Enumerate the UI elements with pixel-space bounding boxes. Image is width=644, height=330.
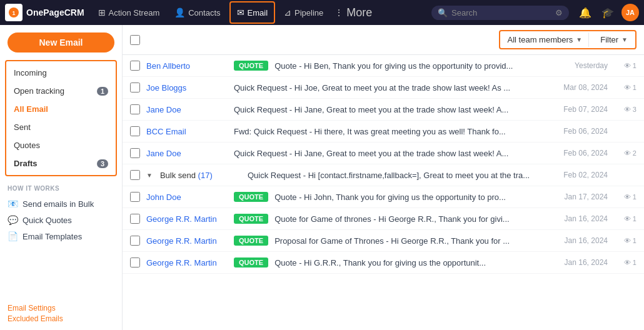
nav-contacts-label: Contacts: [188, 8, 220, 18]
filter-label: Filter: [600, 35, 618, 44]
search-input[interactable]: [451, 8, 551, 18]
sender-name[interactable]: George R.R. Martin: [146, 236, 228, 246]
row-checkbox[interactable]: [130, 236, 140, 246]
email-subject: Quick Request - Hi Jane, Great to meet y…: [234, 149, 551, 158]
svg-text:1: 1: [12, 10, 15, 16]
row-checkbox[interactable]: [130, 148, 140, 158]
nav-contacts[interactable]: 👤 Contacts: [168, 0, 226, 25]
sender-name[interactable]: Jane Doe: [146, 149, 228, 158]
nav-pipeline[interactable]: ⊿ Pipeline: [278, 0, 330, 25]
email-row[interactable]: Jane Doe Quick Request - Hi Jane, Great …: [123, 99, 644, 121]
quote-badge: QUOTE: [234, 236, 268, 246]
email-row[interactable]: Ben Allberto QUOTE Quote - Hi Ben, Thank…: [123, 55, 644, 77]
row-checkbox[interactable]: [130, 104, 140, 114]
email-main: All team members ▼ Filter ▼ Ben Allberto…: [123, 25, 644, 330]
open-tracking-label: Open tracking: [14, 86, 64, 96]
pipeline-icon: ⊿: [284, 8, 291, 18]
row-checkbox[interactable]: [130, 82, 140, 92]
email-templates-icon: 📄: [8, 231, 18, 241]
email-row[interactable]: George R.R. Martin QUOTE Proposal for Ga…: [123, 230, 644, 252]
sidebar-item-sent[interactable]: Sent: [6, 118, 116, 136]
email-row[interactable]: Jane Doe Quick Request - Hi Jane, Great …: [123, 142, 644, 164]
view-count: 👁 1: [614, 215, 636, 222]
email-date: Feb 02, 2024: [558, 171, 608, 179]
view-count: 👁 2: [614, 149, 636, 157]
row-checkbox[interactable]: [130, 61, 140, 71]
help-icon[interactable]: 🎓: [599, 4, 616, 21]
bulk-emails-link[interactable]: 📧 Send emails in Bulk: [8, 196, 114, 212]
incoming-label: Incoming: [14, 68, 47, 78]
contacts-icon: 👤: [174, 8, 185, 18]
sender-name[interactable]: BCC Email: [146, 127, 228, 136]
sender-name[interactable]: Joe Bloggs: [146, 83, 228, 92]
select-all-checkbox[interactable]: [130, 35, 140, 45]
team-members-label: All team members: [508, 35, 573, 44]
view-count: 👁 1: [614, 84, 636, 91]
logo[interactable]: 1 OnePageCRM: [5, 4, 84, 21]
row-checkbox[interactable]: [130, 170, 140, 180]
sidebar-item-open-tracking[interactable]: Open tracking 1: [6, 82, 116, 100]
quick-quotes-link[interactable]: 💬 Quick Quotes: [8, 212, 114, 228]
quote-badge: QUOTE: [234, 214, 268, 224]
row-checkbox[interactable]: [130, 214, 140, 224]
view-count: 👁 1: [614, 193, 636, 201]
sender-name[interactable]: Ben Allberto: [146, 61, 228, 71]
email-subject: Proposal for Game of Thrones - Hi George…: [274, 236, 551, 246]
main-layout: New Email Incoming Open tracking 1 All E…: [0, 25, 644, 330]
nav-action-stream[interactable]: ⊞ Action Stream: [92, 0, 166, 25]
email-row-bulk[interactable]: ▼ Bulk send (17) Quick Request - Hi [con…: [123, 164, 644, 186]
nav-more[interactable]: ⋮ More: [332, 0, 375, 25]
row-checkbox[interactable]: [130, 126, 140, 136]
team-members-filter[interactable]: All team members ▼: [501, 32, 590, 47]
sidebar-item-drafts[interactable]: Drafts 3: [6, 154, 116, 172]
email-date: Jan 16, 2024: [558, 236, 608, 245]
bulk-emails-label: Send emails in Bulk: [23, 199, 94, 209]
view-count: 👁 1: [614, 237, 636, 244]
nav-email-label: Email: [248, 8, 268, 18]
quick-quotes-icon: 💬: [8, 215, 18, 225]
drafts-badge: 3: [97, 159, 108, 168]
email-date: Jan 17, 2024: [558, 192, 608, 201]
bulk-expand-icon[interactable]: ▼: [146, 172, 153, 179]
email-row[interactable]: BCC Email Fwd: Quick Request - Hi there,…: [123, 121, 644, 142]
view-count: 👁 1: [614, 62, 636, 69]
email-date: Jan 16, 2024: [558, 258, 608, 267]
sender-name[interactable]: George R.R. Martin: [146, 214, 228, 224]
email-subject: Quick Request - Hi Joe, Great to meet yo…: [234, 83, 551, 92]
row-checkbox[interactable]: [130, 192, 140, 202]
sender-name[interactable]: Jane Doe: [146, 105, 228, 114]
sender-name[interactable]: Bulk send (17): [160, 171, 241, 180]
nav-action-stream-label: Action Stream: [109, 8, 160, 18]
row-checkbox[interactable]: [130, 258, 140, 268]
sender-name[interactable]: John Doe: [146, 192, 228, 202]
email-row[interactable]: George R.R. Martin QUOTE Quote - Hi G.R.…: [123, 252, 644, 274]
quote-badge: QUOTE: [234, 61, 268, 71]
notifications-icon[interactable]: 🔔: [576, 4, 594, 21]
new-email-button[interactable]: New Email: [8, 32, 114, 52]
sender-name[interactable]: George R.R. Martin: [146, 258, 228, 268]
top-nav: 1 OnePageCRM ⊞ Action Stream 👤 Contacts …: [0, 0, 644, 25]
email-settings-link[interactable]: Email Settings: [8, 304, 114, 312]
email-row[interactable]: George R.R. Martin QUOTE Quote for Game …: [123, 208, 644, 230]
excluded-emails-link[interactable]: Excluded Emails: [8, 314, 114, 323]
sidebar-item-incoming[interactable]: Incoming: [6, 64, 116, 82]
email-row[interactable]: Joe Bloggs Quick Request - Hi Joe, Great…: [123, 77, 644, 99]
search-bar[interactable]: 🔍 ⚙: [431, 6, 569, 20]
sidebar-item-all-email[interactable]: All Email: [6, 100, 116, 118]
search-filter-icon[interactable]: ⚙: [555, 8, 563, 18]
email-nav-icon: ✉: [237, 8, 244, 18]
email-date: Feb 06, 2024: [558, 127, 608, 136]
filter-dropdown[interactable]: Filter ▼: [594, 32, 634, 47]
email-templates-link[interactable]: 📄 Email Templates: [8, 228, 114, 244]
email-nav-section: Incoming Open tracking 1 All Email Sent …: [5, 60, 117, 176]
sidebar-item-quotes[interactable]: Quotes: [6, 136, 116, 154]
email-row[interactable]: John Doe QUOTE Quote - Hi John, Thank yo…: [123, 186, 644, 208]
nav-pipeline-label: Pipeline: [294, 8, 323, 18]
quotes-label: Quotes: [14, 141, 40, 150]
nav-email[interactable]: ✉ Email: [229, 1, 276, 24]
search-icon: 🔍: [438, 8, 448, 18]
email-date: Jan 16, 2024: [558, 214, 608, 223]
user-avatar[interactable]: JA: [621, 4, 639, 21]
filter-group: All team members ▼ Filter ▼: [499, 30, 636, 49]
more-icon: ⋮: [335, 8, 343, 18]
